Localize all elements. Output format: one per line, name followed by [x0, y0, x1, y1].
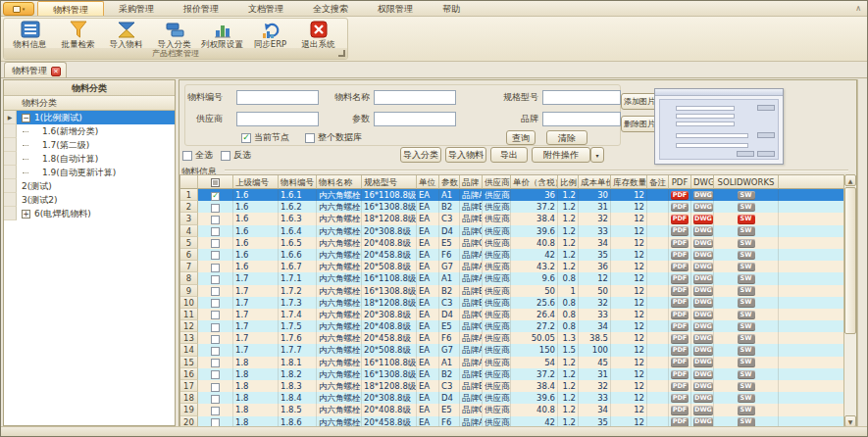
pdf-badge[interactable]: PDF: [671, 191, 689, 201]
solidworks-badge[interactable]: SW: [738, 322, 755, 332]
row-checkbox[interactable]: [211, 335, 220, 344]
grid-row[interactable]: 21.61.6.2内六角螺栓216*1308.8级EAB2品牌B供应商A237.…: [180, 201, 849, 213]
panel-splitter[interactable]: [857, 79, 858, 426]
dwg-badge[interactable]: DWG: [693, 274, 713, 284]
query-button[interactable]: 查询: [506, 130, 536, 145]
solidworks-badge[interactable]: SW: [738, 370, 755, 380]
material-image-preview[interactable]: [654, 88, 784, 165]
export-button[interactable]: 导出: [490, 147, 528, 163]
grid-row[interactable]: 51.61.6.5内六角螺栓520*408.8级EAE5品牌C供应商A540.8…: [180, 237, 849, 249]
grid-row[interactable]: 31.61.6.3内六角螺栓318*1208.8级EAC3品牌B供应商A338.…: [180, 213, 849, 224]
grid-column-header[interactable]: 品牌: [460, 175, 483, 189]
dwg-badge[interactable]: DWG: [693, 203, 713, 213]
grid-column-header[interactable]: [198, 175, 233, 189]
row-checkbox[interactable]: [211, 264, 220, 272]
tree-expand-icon[interactable]: +: [22, 210, 30, 218]
document-tab-material[interactable]: 物料管理 ✕: [4, 62, 67, 77]
invert-select-checkbox[interactable]: 反选: [221, 149, 251, 162]
pdf-badge[interactable]: PDF: [671, 358, 689, 367]
tree-expand-icon[interactable]: −: [22, 114, 30, 122]
solidworks-badge[interactable]: SW: [738, 311, 755, 320]
pdf-badge[interactable]: PDF: [671, 274, 689, 284]
import-material-button[interactable]: 导入物料: [445, 147, 486, 163]
grid-column-header[interactable]: 上级编号: [233, 175, 279, 189]
tree-item[interactable]: ▶−1(比例测试): [4, 111, 175, 124]
current-node-checkbox[interactable]: ✓ 当前节点: [241, 131, 289, 144]
row-checkbox[interactable]: [211, 395, 220, 404]
search-input-6[interactable]: [542, 112, 621, 126]
grid-column-header[interactable]: 单位: [417, 175, 439, 189]
pdf-badge[interactable]: PDF: [671, 394, 689, 404]
tree-item[interactable]: 3(测试2): [4, 193, 175, 207]
clear-button[interactable]: 清除: [546, 130, 587, 145]
pdf-badge[interactable]: PDF: [671, 298, 689, 308]
grid-row[interactable]: 161.81.8.2内六角螺栓216*1308.8级EAB2品牌B供应商A237…: [180, 368, 849, 380]
grid-row[interactable]: 61.61.6.6内六角螺栓620*458.8级EAF6品牌A供应商A6421.…: [180, 249, 849, 261]
application-menu-button[interactable]: ▾: [3, 2, 34, 16]
pdf-badge[interactable]: PDF: [671, 286, 689, 296]
grid-row[interactable]: 81.71.7.1内六角螺栓116*1108.8级EAA1品牌A供应商A19.6…: [180, 272, 849, 284]
solidworks-badge[interactable]: SW: [738, 406, 755, 415]
row-checkbox[interactable]: [211, 251, 220, 260]
row-checkbox[interactable]: [211, 383, 220, 392]
tree-item[interactable]: 1.6(新增分类): [4, 124, 175, 138]
grid-row[interactable]: 71.61.6.7内六角螺栓720*508.8级EAG7品牌A供应商A743.2…: [180, 261, 849, 272]
toolbar-button-batch-filter[interactable]: 批量检索: [54, 20, 102, 50]
pdf-badge[interactable]: PDF: [671, 263, 689, 272]
ribbon-tab-5[interactable]: 全文搜索: [298, 1, 363, 16]
row-checkbox[interactable]: [211, 299, 220, 308]
ribbon-tab-7[interactable]: 帮助: [428, 1, 475, 16]
ribbon-tab-3[interactable]: 报价管理: [169, 1, 233, 16]
dwg-badge[interactable]: DWG: [693, 346, 713, 356]
grid-row[interactable]: 1✓1.61.6.1内六角螺栓116*1108.8级EAA1品牌A供应商A136…: [180, 189, 849, 201]
dwg-badge[interactable]: DWG: [693, 311, 713, 320]
toolbar-button-exit-system[interactable]: 退出系统: [294, 20, 342, 50]
pdf-badge[interactable]: PDF: [671, 322, 689, 332]
grid-row[interactable]: 191.81.8.5内六角螺栓520*408.8级EAE5品牌C供应商A540.…: [180, 404, 849, 415]
scroll-up-icon[interactable]: ▲: [844, 174, 856, 186]
grid-vertical-scrollbar[interactable]: ▲ ▼: [843, 174, 856, 427]
row-checkbox[interactable]: [211, 407, 220, 415]
row-checkbox[interactable]: [211, 275, 220, 284]
ribbon-tab-1[interactable]: 物料管理: [37, 1, 104, 16]
ribbon-tab-2[interactable]: 采购管理: [104, 1, 169, 16]
row-checkbox[interactable]: ✓: [211, 192, 220, 201]
row-checkbox[interactable]: [211, 239, 220, 248]
solidworks-badge[interactable]: SW: [738, 215, 755, 224]
select-all-checkbox[interactable]: 全选: [182, 149, 213, 162]
solidworks-badge[interactable]: SW: [738, 382, 755, 392]
grid-column-header[interactable]: [180, 175, 198, 189]
grid-row[interactable]: 141.71.7.7内六角螺栓720*508.8级EAG7品牌A供应商A7150…: [180, 344, 849, 356]
close-icon[interactable]: ✕: [51, 67, 61, 76]
dwg-badge[interactable]: DWG: [693, 382, 713, 392]
row-checkbox[interactable]: [211, 216, 220, 224]
tree-item[interactable]: 1.7(第二级): [4, 138, 175, 152]
solidworks-badge[interactable]: SW: [738, 203, 755, 213]
pdf-badge[interactable]: PDF: [671, 203, 689, 213]
ribbon-collapse-icon[interactable]: ∧: [855, 2, 861, 16]
grid-column-header[interactable]: 物料名称: [317, 175, 362, 189]
grid-column-header[interactable]: 单价（含税）: [511, 175, 558, 189]
grid-column-header[interactable]: 备注: [647, 175, 669, 189]
solidworks-badge[interactable]: SW: [738, 358, 755, 367]
grid-row[interactable]: 41.61.6.4内六角螺栓420*308.8级EAD4品牌C供应商A439.6…: [180, 225, 849, 237]
solidworks-badge[interactable]: SW: [738, 239, 755, 249]
dwg-badge[interactable]: DWG: [693, 286, 713, 296]
grid-column-header[interactable]: 供应商: [483, 175, 511, 189]
tree-item[interactable]: 2(测试): [4, 179, 175, 193]
toolbar-button-material-info[interactable]: 物料信息: [6, 20, 54, 50]
row-checkbox[interactable]: [211, 359, 220, 367]
dwg-badge[interactable]: DWG: [693, 251, 713, 261]
grid-column-header[interactable]: PDF: [669, 175, 691, 189]
row-checkbox[interactable]: [211, 323, 220, 332]
grid-column-header[interactable]: 物料编号: [279, 175, 317, 189]
dwg-badge[interactable]: DWG: [693, 322, 713, 332]
pdf-badge[interactable]: PDF: [671, 370, 689, 380]
grid-row[interactable]: 91.71.7.2内六角螺栓216*1308.8级EAB2品牌B供应商A2501…: [180, 285, 849, 297]
grid-row[interactable]: 181.81.8.4内六角螺栓420*308.8级EAD4品牌C供应商A439.…: [180, 392, 849, 404]
pdf-badge[interactable]: PDF: [671, 251, 689, 261]
pdf-badge[interactable]: PDF: [671, 334, 689, 344]
row-checkbox[interactable]: [211, 204, 220, 213]
pdf-badge[interactable]: PDF: [671, 239, 689, 249]
toolbar-button-import-category[interactable]: 导入分类: [150, 20, 198, 50]
